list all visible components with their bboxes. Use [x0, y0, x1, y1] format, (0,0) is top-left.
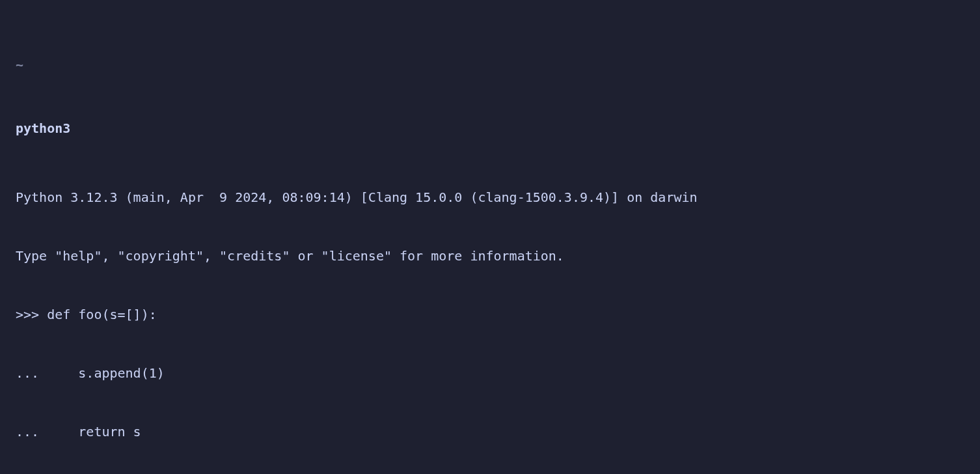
python-banner-version: Python 3.12.3 (main, Apr 9 2024, 08:09:1… [16, 188, 964, 207]
shell-prompt-path: ~ [16, 55, 964, 74]
repl-line: ... s.append(1) [16, 363, 964, 383]
python-banner-help: Type "help", "copyright", "credits" or "… [16, 246, 964, 266]
repl-line: ... return s [16, 422, 964, 441]
shell-command: python3 [16, 118, 964, 138]
terminal-window[interactable]: ~ python3 Python 3.12.3 (main, Apr 9 202… [16, 16, 964, 474]
repl-line: >>> def foo(s=[]): [16, 305, 964, 324]
